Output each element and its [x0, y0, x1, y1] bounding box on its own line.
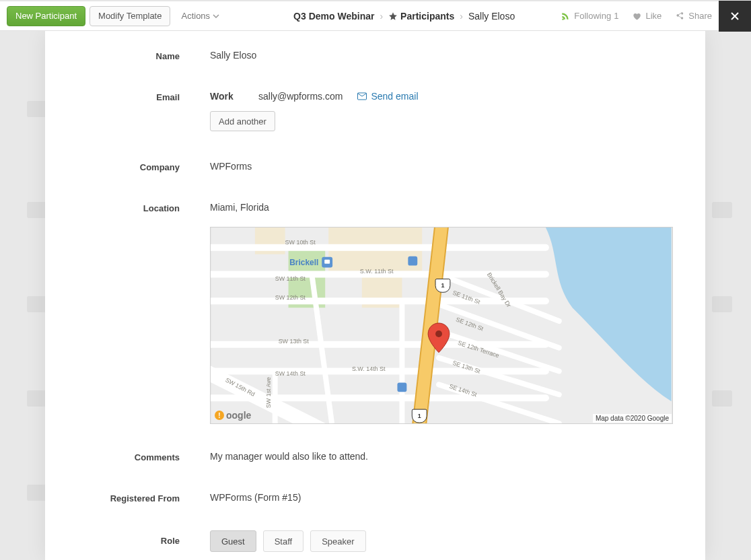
- email-value[interactable]: sally@wpforms.com: [258, 91, 343, 102]
- breadcrumb-section[interactable]: Participants: [388, 11, 454, 22]
- field-email: Email Work sally@wpforms.com Send email …: [45, 91, 705, 131]
- breadcrumb-separator: ›: [460, 11, 463, 22]
- map-svg: 1 1 Brickell SW 10th St S.W. 11th St SW …: [211, 228, 672, 423]
- location-label: Location: [65, 202, 210, 213]
- breadcrumb-leaf: Sally Eloso: [468, 11, 515, 22]
- warning-icon: !: [215, 411, 224, 420]
- role-guest-button[interactable]: Guest: [210, 530, 256, 552]
- actions-label: Actions: [181, 11, 210, 21]
- svg-text:SW 10th St: SW 10th St: [285, 239, 316, 246]
- share-button[interactable]: Share: [668, 11, 719, 21]
- registered-from-label: Registered From: [65, 492, 210, 503]
- topbar: New Participant Modify Template Actions …: [0, 0, 751, 31]
- breadcrumb: Q3 Demo Webinar › Participants › Sally E…: [293, 11, 515, 22]
- svg-text:SW 1st Ave: SW 1st Ave: [265, 377, 272, 408]
- field-comments: Comments My manager would also like to a…: [45, 451, 705, 462]
- company-value[interactable]: WPForms: [210, 161, 685, 172]
- role-label: Role: [65, 530, 210, 546]
- mail-icon: [357, 92, 367, 100]
- svg-text:SW 12th St: SW 12th St: [275, 294, 306, 301]
- svg-rect-28: [408, 256, 417, 266]
- breadcrumb-root[interactable]: Q3 Demo Webinar: [293, 11, 374, 22]
- share-icon: [675, 11, 684, 21]
- close-icon: [730, 11, 740, 21]
- like-button[interactable]: Like: [625, 11, 668, 21]
- role-speaker-button[interactable]: Speaker: [310, 530, 365, 552]
- svg-rect-29: [397, 382, 406, 392]
- svg-rect-26: [324, 260, 330, 264]
- right-actions: Following 1 Like Share: [554, 1, 751, 30]
- field-registered-from: Registered From WPForms (Form #15): [45, 492, 705, 503]
- following-count: 1: [614, 11, 618, 21]
- location-value[interactable]: Miami, Florida: [210, 202, 685, 213]
- following-button[interactable]: Following 1: [554, 11, 625, 21]
- svg-text:1: 1: [418, 413, 421, 419]
- email-type: Work: [210, 91, 244, 102]
- breadcrumb-separator: ›: [380, 11, 383, 22]
- modify-template-button[interactable]: Modify Template: [90, 6, 170, 26]
- heart-icon: [632, 11, 641, 21]
- send-email-link[interactable]: Send email: [357, 91, 418, 102]
- field-company: Company WPForms: [45, 161, 705, 172]
- svg-text:SW 11th St: SW 11th St: [275, 275, 306, 282]
- company-label: Company: [65, 161, 210, 172]
- name-value[interactable]: Sally Eloso: [210, 50, 685, 61]
- record-panel: Name Sally Eloso Email Work sally@wpform…: [45, 31, 705, 560]
- email-label: Email: [65, 91, 210, 102]
- name-label: Name: [65, 50, 210, 61]
- svg-text:S.W. 14th St: S.W. 14th St: [352, 365, 386, 372]
- rss-icon: [561, 11, 570, 21]
- map-attribution: Map data ©2020 Google: [593, 414, 672, 423]
- svg-text:1: 1: [441, 282, 445, 289]
- comments-label: Comments: [65, 451, 210, 462]
- chevron-down-icon: [213, 13, 219, 20]
- comments-value[interactable]: My manager would also like to attend.: [210, 451, 685, 462]
- field-role: Role Guest Staff Speaker: [45, 530, 705, 552]
- svg-text:S.W. 11th St: S.W. 11th St: [360, 268, 394, 275]
- svg-point-45: [435, 330, 442, 337]
- svg-text:Brickell: Brickell: [289, 258, 318, 267]
- close-button[interactable]: [719, 1, 751, 32]
- add-another-button[interactable]: Add another: [210, 111, 275, 131]
- map-logo: ! oogle: [215, 410, 251, 421]
- svg-text:SW 14th St: SW 14th St: [275, 370, 306, 377]
- new-participant-button[interactable]: New Participant: [7, 6, 85, 26]
- svg-text:SW 13th St: SW 13th St: [279, 338, 310, 345]
- role-staff-button[interactable]: Staff: [263, 530, 304, 552]
- location-map[interactable]: 1 1 Brickell SW 10th St S.W. 11th St SW …: [210, 227, 673, 424]
- registered-from-value[interactable]: WPForms (Form #15): [210, 492, 685, 503]
- field-name: Name Sally Eloso: [45, 50, 705, 61]
- field-location: Location Miami, Florida: [45, 202, 705, 213]
- star-icon: [388, 11, 398, 21]
- actions-menu[interactable]: Actions: [174, 11, 226, 21]
